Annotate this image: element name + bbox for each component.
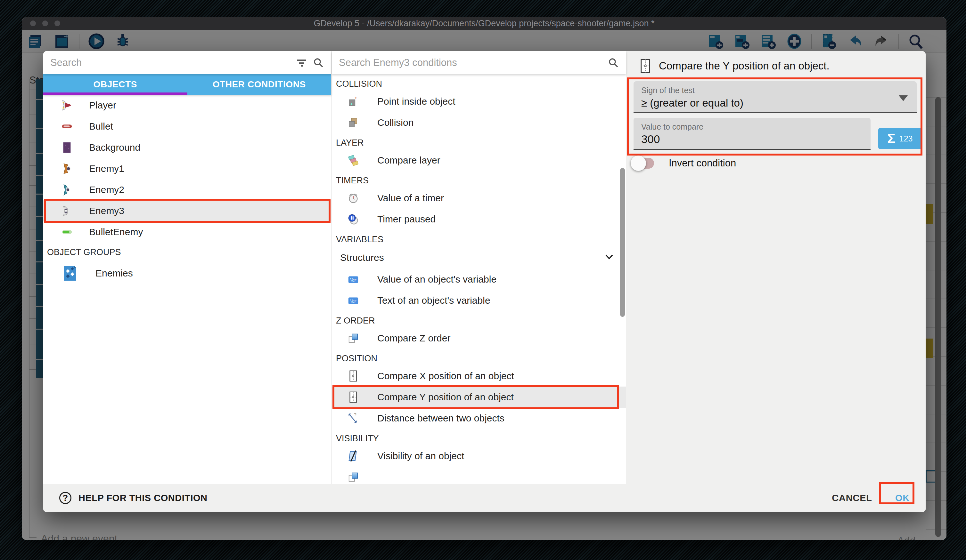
condition-header: Compare the Y position of an object. (626, 51, 926, 74)
condition-item-value-of-a-timer[interactable]: Value of a timer (332, 188, 626, 209)
conditions-scrollbar-thumb[interactable] (620, 168, 625, 317)
object-item-enemy3[interactable]: Enemy3 (43, 200, 331, 221)
condition-item-partial[interactable] (332, 467, 626, 484)
toggle-thumb[interactable] (631, 156, 646, 171)
timer-paused-icon (347, 213, 359, 225)
object-item-enemy1[interactable]: Enemy1 (43, 158, 331, 179)
condition-item-label: Point inside object (377, 96, 455, 107)
sign-of-test-value: ≥ (greater or equal to) (641, 97, 917, 109)
tab-other-conditions[interactable]: OTHER CONDITIONS (187, 74, 332, 95)
condition-item-visibility-of-an-object[interactable]: Visibility of an object (332, 445, 626, 467)
condition-item-value-of-an-object-s-variable[interactable]: VarValue of an object's variable (332, 269, 626, 290)
condition-title: Compare the Y position of an object. (659, 60, 830, 72)
value-to-compare-input[interactable] (641, 133, 846, 146)
condition-parameters-panel: Compare the Y position of an object. Sig… (626, 51, 926, 484)
object-item-enemy2[interactable]: Enemy2 (43, 179, 331, 200)
condition-item-label: Compare Y position of an object (377, 392, 514, 403)
player-ship-icon (61, 99, 73, 111)
condition-item-label: Distance between two objects (377, 413, 504, 424)
search-icon[interactable] (608, 57, 619, 69)
enemy3-ship-icon (61, 205, 73, 217)
object-item-bulletenemy[interactable]: BulletEnemy (43, 221, 331, 242)
variable-icon: Var (347, 273, 359, 285)
enemy1-ship-icon (61, 162, 73, 175)
svg-text:Var: Var (350, 277, 356, 283)
object-item-label: Enemy1 (89, 163, 124, 174)
sign-of-test-select[interactable]: Sign of the test ≥ (greater or equal to) (634, 81, 917, 113)
condition-item-label: Compare layer (377, 155, 440, 166)
condition-item-collision[interactable]: Collision (332, 112, 626, 133)
condition-item-label: Text of an object's variable (377, 295, 490, 306)
object-item-label: Player (89, 100, 116, 111)
section-header-visibility: VISIBILITY (332, 429, 626, 445)
search-icon[interactable] (312, 57, 324, 69)
ok-button[interactable]: OK (888, 488, 917, 508)
condition-item-compare-y-position-of-an-object[interactable]: Compare Y position of an object (332, 386, 626, 408)
expression-editor-button[interactable]: Σ 123 (878, 128, 922, 149)
condition-item-compare-z-order[interactable]: Compare Z order (332, 327, 626, 349)
condition-item-compare-layer[interactable]: Compare layer (332, 150, 626, 171)
condition-item-label: Value of an object's variable (377, 274, 496, 285)
visibility-icon (347, 450, 359, 462)
section-header-position: POSITION (332, 349, 626, 365)
objects-list: PlayerBulletBackgroundEnemy1Enemy2Enemy3… (43, 95, 331, 484)
object-item-label: BulletEnemy (89, 226, 143, 237)
value-to-compare-field[interactable]: Value to compare (634, 118, 871, 150)
z-order-icon (347, 332, 359, 344)
enemy2-ship-icon (61, 184, 73, 196)
filter-icon[interactable] (296, 57, 307, 69)
collision-icon (347, 116, 359, 129)
condition-item-compare-x-position-of-an-object[interactable]: Compare X position of an object (332, 365, 626, 386)
minimize-window-button (42, 20, 48, 26)
background-icon (61, 141, 73, 154)
objects-search-input[interactable] (50, 57, 291, 69)
position-grid-icon (347, 370, 359, 382)
objects-search-row (43, 51, 331, 74)
timer-icon (347, 192, 359, 204)
help-label: HELP FOR THIS CONDITION (79, 493, 207, 503)
object-group-label: Enemies (95, 268, 133, 279)
position-grid-icon (347, 391, 359, 403)
value-to-compare-label: Value to compare (641, 122, 871, 131)
cancel-button[interactable]: CANCEL (825, 488, 879, 508)
bullet-enemy-icon (61, 226, 73, 238)
subgroup-structures[interactable]: Structures (332, 246, 626, 269)
svg-text:?: ? (354, 412, 356, 417)
condition-item-label: Compare X position of an object (377, 370, 514, 382)
object-item-player[interactable]: Player (43, 95, 331, 116)
instructions-selector-panel: OBJECTS OTHER CONDITIONS PlayerBulletBac… (43, 51, 332, 484)
subgroup-label: Structures (340, 252, 384, 263)
object-item-label: Background (89, 142, 140, 153)
help-question-icon: ? (59, 492, 71, 504)
dialog-footer: ? HELP FOR THIS CONDITION CANCEL OK (43, 484, 926, 512)
ok-label: OK (895, 493, 910, 503)
invert-condition-toggle[interactable] (634, 158, 654, 169)
point-inside-icon: + (347, 95, 359, 108)
condition-item-timer-paused[interactable]: Timer paused (332, 209, 626, 230)
chevron-down-icon[interactable] (604, 251, 614, 264)
object-item-background[interactable]: Background (43, 137, 331, 158)
dropdown-caret-icon (899, 95, 908, 101)
section-header-variables: VARIABLES (332, 230, 626, 246)
variable-icon: Var (347, 295, 359, 306)
conditions-search-input[interactable] (339, 57, 603, 69)
tab-objects[interactable]: OBJECTS (43, 74, 187, 95)
annotation-box-enemy3 (44, 199, 330, 223)
conditions-list-panel: COLLISION+Point inside objectCollisionLA… (332, 51, 626, 484)
close-window-button (30, 20, 36, 26)
condition-editor-dialog: OBJECTS OTHER CONDITIONS PlayerBulletBac… (43, 51, 926, 512)
section-header-z-order: Z ORDER (332, 311, 626, 327)
section-header-timers: TIMERS (332, 171, 626, 188)
condition-item-distance-between-two-objects[interactable]: ?Distance between two objects (332, 408, 626, 429)
condition-item-point-inside-object[interactable]: +Point inside object (332, 91, 626, 112)
object-item-label: Enemy2 (89, 184, 124, 195)
object-group-item-enemies[interactable]: Enemies (43, 259, 331, 287)
condition-item-label: Timer paused (377, 214, 435, 224)
condition-item-text-of-an-object-s-variable[interactable]: VarText of an object's variable (332, 290, 626, 311)
selector-tabs: OBJECTS OTHER CONDITIONS (43, 74, 331, 95)
object-item-bullet[interactable]: Bullet (43, 116, 331, 137)
help-button[interactable]: ? HELP FOR THIS CONDITION (59, 492, 207, 504)
numbers-123-icon: 123 (899, 134, 913, 143)
section-header-layer: LAYER (332, 133, 626, 150)
condition-item-label: Collision (377, 117, 414, 128)
